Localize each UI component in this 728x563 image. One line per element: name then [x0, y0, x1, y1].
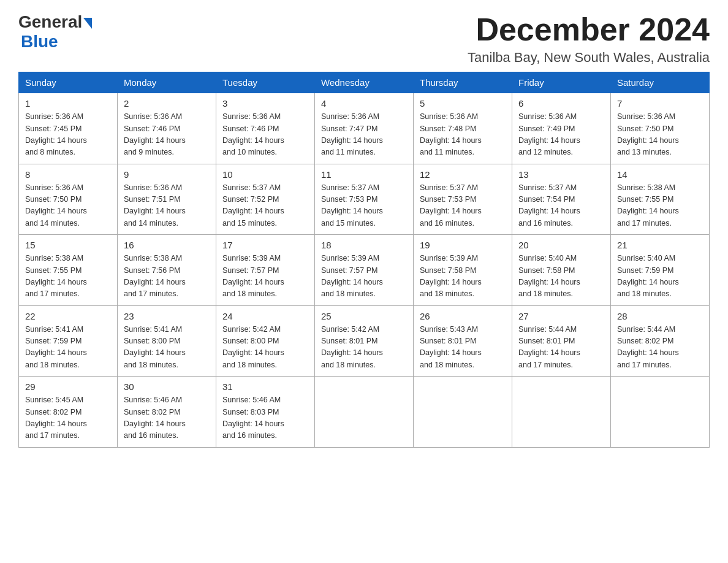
- calendar-cell: 30Sunrise: 5:46 AM Sunset: 8:02 PM Dayli…: [118, 377, 216, 448]
- day-number: 2: [124, 98, 210, 109]
- calendar-cell: 18Sunrise: 5:39 AM Sunset: 7:57 PM Dayli…: [315, 235, 414, 306]
- day-info: Sunrise: 5:38 AM Sunset: 7:55 PM Dayligh…: [25, 253, 111, 301]
- day-number: 15: [25, 240, 111, 250]
- calendar-cell: [611, 377, 710, 448]
- calendar-cell: 13Sunrise: 5:37 AM Sunset: 7:54 PM Dayli…: [512, 164, 611, 235]
- day-info: Sunrise: 5:36 AM Sunset: 7:46 PM Dayligh…: [124, 111, 210, 159]
- day-info: Sunrise: 5:44 AM Sunset: 8:02 PM Dayligh…: [617, 324, 703, 372]
- calendar-cell: 6Sunrise: 5:36 AM Sunset: 7:49 PM Daylig…: [512, 93, 611, 164]
- day-number: 28: [617, 311, 703, 321]
- day-info: Sunrise: 5:37 AM Sunset: 7:53 PM Dayligh…: [321, 182, 407, 230]
- col-header-thursday: Thursday: [414, 72, 512, 93]
- day-info: Sunrise: 5:37 AM Sunset: 7:52 PM Dayligh…: [222, 182, 308, 230]
- day-info: Sunrise: 5:45 AM Sunset: 8:02 PM Dayligh…: [25, 394, 111, 442]
- calendar-cell: 4Sunrise: 5:36 AM Sunset: 7:47 PM Daylig…: [315, 93, 414, 164]
- logo-arrow-icon: [83, 18, 92, 29]
- day-number: 19: [420, 240, 506, 250]
- logo: General Blue: [18, 12, 92, 52]
- day-info: Sunrise: 5:37 AM Sunset: 7:54 PM Dayligh…: [518, 182, 604, 230]
- day-info: Sunrise: 5:42 AM Sunset: 8:00 PM Dayligh…: [222, 324, 308, 372]
- calendar-cell: 10Sunrise: 5:37 AM Sunset: 7:52 PM Dayli…: [216, 164, 315, 235]
- col-header-tuesday: Tuesday: [216, 72, 315, 93]
- col-header-wednesday: Wednesday: [315, 72, 414, 93]
- day-number: 8: [25, 169, 111, 180]
- calendar-cell: 5Sunrise: 5:36 AM Sunset: 7:48 PM Daylig…: [414, 93, 512, 164]
- day-number: 18: [321, 240, 407, 250]
- day-number: 30: [124, 381, 210, 392]
- calendar-cell: 28Sunrise: 5:44 AM Sunset: 8:02 PM Dayli…: [611, 305, 710, 377]
- calendar-cell: 20Sunrise: 5:40 AM Sunset: 7:58 PM Dayli…: [512, 235, 611, 306]
- calendar-header-row: SundayMondayTuesdayWednesdayThursdayFrid…: [19, 72, 710, 93]
- day-number: 11: [321, 169, 407, 180]
- col-header-sunday: Sunday: [19, 72, 118, 93]
- calendar-table: SundayMondayTuesdayWednesdayThursdayFrid…: [18, 72, 710, 448]
- calendar-cell: 31Sunrise: 5:46 AM Sunset: 8:03 PM Dayli…: [216, 377, 315, 448]
- col-header-saturday: Saturday: [611, 72, 710, 93]
- day-number: 24: [222, 311, 308, 321]
- calendar-cell: 12Sunrise: 5:37 AM Sunset: 7:53 PM Dayli…: [414, 164, 512, 235]
- calendar-week-4: 22Sunrise: 5:41 AM Sunset: 7:59 PM Dayli…: [19, 305, 710, 377]
- day-number: 9: [124, 169, 210, 180]
- day-number: 16: [124, 240, 210, 250]
- day-info: Sunrise: 5:46 AM Sunset: 8:02 PM Dayligh…: [124, 394, 210, 442]
- day-info: Sunrise: 5:42 AM Sunset: 8:01 PM Dayligh…: [321, 324, 407, 372]
- logo-blue-text: Blue: [21, 32, 58, 51]
- calendar-cell: 24Sunrise: 5:42 AM Sunset: 8:00 PM Dayli…: [216, 305, 315, 377]
- day-info: Sunrise: 5:36 AM Sunset: 7:47 PM Dayligh…: [321, 111, 407, 159]
- day-number: 29: [25, 381, 111, 392]
- calendar-week-2: 8Sunrise: 5:36 AM Sunset: 7:50 PM Daylig…: [19, 164, 710, 235]
- day-number: 27: [518, 311, 604, 321]
- calendar-cell: 2Sunrise: 5:36 AM Sunset: 7:46 PM Daylig…: [118, 93, 216, 164]
- day-info: Sunrise: 5:41 AM Sunset: 8:00 PM Dayligh…: [124, 324, 210, 372]
- calendar-cell: 1Sunrise: 5:36 AM Sunset: 7:45 PM Daylig…: [19, 93, 118, 164]
- day-info: Sunrise: 5:41 AM Sunset: 7:59 PM Dayligh…: [25, 324, 111, 372]
- day-info: Sunrise: 5:43 AM Sunset: 8:01 PM Dayligh…: [420, 324, 506, 372]
- calendar-cell: 15Sunrise: 5:38 AM Sunset: 7:55 PM Dayli…: [19, 235, 118, 306]
- calendar-week-3: 15Sunrise: 5:38 AM Sunset: 7:55 PM Dayli…: [19, 235, 710, 306]
- day-number: 12: [420, 169, 506, 180]
- calendar-cell: [512, 377, 611, 448]
- day-info: Sunrise: 5:44 AM Sunset: 8:01 PM Dayligh…: [518, 324, 604, 372]
- day-info: Sunrise: 5:36 AM Sunset: 7:48 PM Dayligh…: [420, 111, 506, 159]
- title-section: December 2024 Tanilba Bay, New South Wal…: [468, 12, 710, 66]
- logo-general-text: General: [18, 12, 82, 32]
- calendar-week-5: 29Sunrise: 5:45 AM Sunset: 8:02 PM Dayli…: [19, 377, 710, 448]
- day-number: 13: [518, 169, 604, 180]
- day-info: Sunrise: 5:36 AM Sunset: 7:50 PM Dayligh…: [617, 111, 703, 159]
- location-title: Tanilba Bay, New South Wales, Australia: [468, 50, 710, 66]
- calendar-cell: 16Sunrise: 5:38 AM Sunset: 7:56 PM Dayli…: [118, 235, 216, 306]
- calendar-cell: 11Sunrise: 5:37 AM Sunset: 7:53 PM Dayli…: [315, 164, 414, 235]
- day-number: 25: [321, 311, 407, 321]
- calendar-cell: 19Sunrise: 5:39 AM Sunset: 7:58 PM Dayli…: [414, 235, 512, 306]
- page-header: General Blue December 2024 Tanilba Bay, …: [18, 12, 710, 66]
- day-info: Sunrise: 5:40 AM Sunset: 7:58 PM Dayligh…: [518, 253, 604, 301]
- calendar-cell: 8Sunrise: 5:36 AM Sunset: 7:50 PM Daylig…: [19, 164, 118, 235]
- day-info: Sunrise: 5:36 AM Sunset: 7:50 PM Dayligh…: [25, 182, 111, 230]
- day-number: 20: [518, 240, 604, 250]
- calendar-cell: 23Sunrise: 5:41 AM Sunset: 8:00 PM Dayli…: [118, 305, 216, 377]
- calendar-cell: 26Sunrise: 5:43 AM Sunset: 8:01 PM Dayli…: [414, 305, 512, 377]
- day-info: Sunrise: 5:38 AM Sunset: 7:55 PM Dayligh…: [617, 182, 703, 230]
- day-number: 5: [420, 98, 506, 109]
- day-info: Sunrise: 5:40 AM Sunset: 7:59 PM Dayligh…: [617, 253, 703, 301]
- day-number: 21: [617, 240, 703, 250]
- calendar-cell: 27Sunrise: 5:44 AM Sunset: 8:01 PM Dayli…: [512, 305, 611, 377]
- day-info: Sunrise: 5:36 AM Sunset: 7:45 PM Dayligh…: [25, 111, 111, 159]
- day-info: Sunrise: 5:39 AM Sunset: 7:57 PM Dayligh…: [222, 253, 308, 301]
- calendar-cell: [414, 377, 512, 448]
- calendar-cell: 9Sunrise: 5:36 AM Sunset: 7:51 PM Daylig…: [118, 164, 216, 235]
- calendar-cell: 7Sunrise: 5:36 AM Sunset: 7:50 PM Daylig…: [611, 93, 710, 164]
- day-number: 6: [518, 98, 604, 109]
- day-info: Sunrise: 5:46 AM Sunset: 8:03 PM Dayligh…: [222, 394, 308, 442]
- day-number: 3: [222, 98, 308, 109]
- col-header-monday: Monday: [118, 72, 216, 93]
- day-number: 23: [124, 311, 210, 321]
- calendar-cell: 3Sunrise: 5:36 AM Sunset: 7:46 PM Daylig…: [216, 93, 315, 164]
- day-number: 14: [617, 169, 703, 180]
- calendar-cell: 25Sunrise: 5:42 AM Sunset: 8:01 PM Dayli…: [315, 305, 414, 377]
- calendar-cell: 29Sunrise: 5:45 AM Sunset: 8:02 PM Dayli…: [19, 377, 118, 448]
- day-info: Sunrise: 5:39 AM Sunset: 7:57 PM Dayligh…: [321, 253, 407, 301]
- calendar-cell: [315, 377, 414, 448]
- day-info: Sunrise: 5:36 AM Sunset: 7:51 PM Dayligh…: [124, 182, 210, 230]
- day-number: 22: [25, 311, 111, 321]
